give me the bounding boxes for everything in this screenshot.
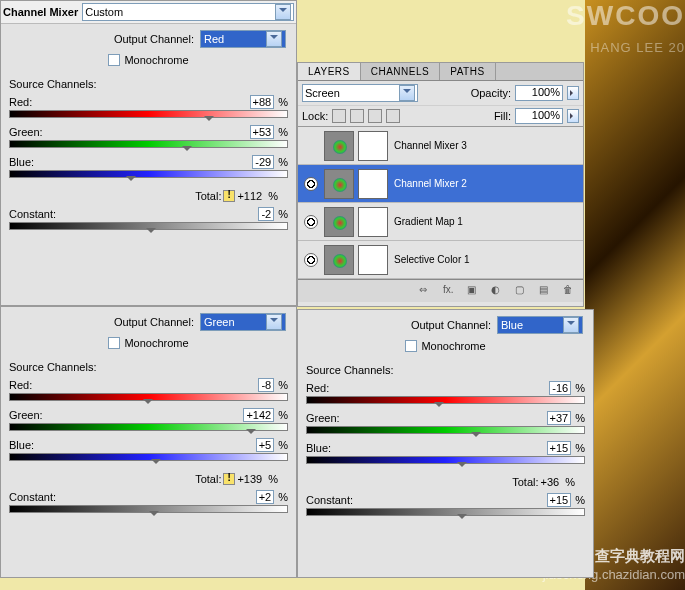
blue-slider[interactable] bbox=[457, 462, 467, 472]
source-channels-label: Source Channels: bbox=[9, 361, 288, 373]
fill-label: Fill: bbox=[494, 110, 511, 122]
tab-layers[interactable]: LAYERS bbox=[298, 63, 361, 80]
fill-flyout-icon[interactable] bbox=[567, 109, 579, 123]
green-label: Green: bbox=[9, 126, 43, 138]
constant-input[interactable]: +2 bbox=[256, 490, 275, 504]
opacity-input[interactable]: 100% bbox=[515, 85, 563, 101]
green-slider[interactable] bbox=[471, 432, 481, 442]
blue-input[interactable]: +5 bbox=[256, 438, 275, 452]
green-input[interactable]: +142 bbox=[243, 408, 274, 422]
red-slider[interactable] bbox=[434, 402, 444, 412]
preset-dropdown[interactable]: Custom bbox=[82, 3, 294, 21]
layer-row[interactable]: Channel Mixer 3 bbox=[298, 127, 583, 165]
opacity-flyout-icon[interactable] bbox=[567, 86, 579, 100]
tab-channels[interactable]: CHANNELS bbox=[361, 63, 440, 80]
adjustment-thumb[interactable] bbox=[324, 207, 354, 237]
blue-slider[interactable] bbox=[126, 176, 136, 186]
chevron-down-icon[interactable] bbox=[266, 314, 282, 330]
chevron-down-icon[interactable] bbox=[266, 31, 282, 47]
group-icon[interactable]: ▢ bbox=[515, 284, 531, 298]
chevron-down-icon[interactable] bbox=[563, 317, 579, 333]
constant-slider[interactable] bbox=[149, 511, 159, 521]
watermark-text: SWCOO bbox=[566, 0, 685, 32]
constant-input[interactable]: +15 bbox=[547, 493, 572, 507]
green-input[interactable]: +53 bbox=[250, 125, 275, 139]
lock-all-icon[interactable] bbox=[386, 109, 400, 123]
visibility-eye-icon[interactable] bbox=[304, 253, 318, 267]
lock-transparent-icon[interactable] bbox=[332, 109, 346, 123]
red-label: Red: bbox=[9, 96, 32, 108]
green-slider[interactable] bbox=[246, 429, 256, 439]
mask-thumb[interactable] bbox=[358, 245, 388, 275]
monochrome-label: Monochrome bbox=[124, 337, 188, 349]
tab-paths[interactable]: PATHS bbox=[440, 63, 495, 80]
channel-mixer-green-panel: Output Channel: Green Monochrome Source … bbox=[0, 306, 297, 578]
mask-thumb[interactable] bbox=[358, 207, 388, 237]
visibility-eye-icon[interactable] bbox=[304, 177, 318, 191]
source-channels-label: Source Channels: bbox=[306, 364, 585, 376]
trash-icon[interactable]: 🗑 bbox=[563, 284, 579, 298]
constant-slider[interactable] bbox=[146, 228, 156, 238]
monochrome-checkbox[interactable] bbox=[405, 340, 417, 352]
layer-name: Selective Color 1 bbox=[394, 254, 470, 265]
warning-icon bbox=[223, 190, 235, 202]
visibility-eye-icon[interactable] bbox=[304, 139, 318, 153]
output-channel-dropdown[interactable]: Blue bbox=[497, 316, 583, 334]
green-input[interactable]: +37 bbox=[547, 411, 572, 425]
blend-mode-dropdown[interactable]: Screen bbox=[302, 84, 418, 102]
watermark-sub: HANG LEE 20 bbox=[590, 40, 685, 55]
warning-icon bbox=[223, 473, 235, 485]
red-input[interactable]: +88 bbox=[250, 95, 275, 109]
monochrome-checkbox[interactable] bbox=[108, 337, 120, 349]
blue-input[interactable]: +15 bbox=[547, 441, 572, 455]
fx-icon[interactable]: fx. bbox=[443, 284, 459, 298]
new-layer-icon[interactable]: ▤ bbox=[539, 284, 555, 298]
visibility-eye-icon[interactable] bbox=[304, 215, 318, 229]
red-input[interactable]: -8 bbox=[258, 378, 274, 392]
lock-pixels-icon[interactable] bbox=[350, 109, 364, 123]
mask-icon[interactable]: ▣ bbox=[467, 284, 483, 298]
monochrome-label: Monochrome bbox=[124, 54, 188, 66]
green-slider[interactable] bbox=[182, 146, 192, 156]
chevron-down-icon[interactable] bbox=[275, 4, 291, 20]
layer-row[interactable]: Channel Mixer 2 bbox=[298, 165, 583, 203]
output-channel-dropdown[interactable]: Red bbox=[200, 30, 286, 48]
adjustment-thumb[interactable] bbox=[324, 131, 354, 161]
layer-name: Gradient Map 1 bbox=[394, 216, 463, 227]
blue-label: Blue: bbox=[9, 156, 34, 168]
watermark-site: 查字典教程网 bbox=[595, 547, 685, 566]
panel-title: Channel Mixer bbox=[3, 6, 78, 18]
red-slider[interactable] bbox=[143, 399, 153, 409]
adjustment-thumb[interactable] bbox=[324, 169, 354, 199]
constant-slider[interactable] bbox=[457, 514, 467, 524]
link-layers-icon[interactable]: ⇔ bbox=[419, 284, 435, 298]
blue-slider[interactable] bbox=[151, 459, 161, 469]
lock-position-icon[interactable] bbox=[368, 109, 382, 123]
lock-label: Lock: bbox=[302, 110, 328, 122]
layer-row[interactable]: Selective Color 1 bbox=[298, 241, 583, 279]
output-channel-label: Output Channel: bbox=[114, 316, 194, 328]
constant-input[interactable]: -2 bbox=[258, 207, 274, 221]
fill-input[interactable]: 100% bbox=[515, 108, 563, 124]
monochrome-label: Monochrome bbox=[421, 340, 485, 352]
red-input[interactable]: -16 bbox=[549, 381, 571, 395]
red-slider[interactable] bbox=[204, 116, 214, 126]
source-channels-label: Source Channels: bbox=[9, 78, 288, 90]
constant-label: Constant: bbox=[9, 208, 56, 220]
adjustment-icon[interactable]: ◐ bbox=[491, 284, 507, 298]
monochrome-checkbox[interactable] bbox=[108, 54, 120, 66]
layer-row[interactable]: Gradient Map 1 bbox=[298, 203, 583, 241]
layer-name: Channel Mixer 2 bbox=[394, 178, 467, 189]
opacity-label: Opacity: bbox=[471, 87, 511, 99]
channel-mixer-red-panel: Channel Mixer Custom Output Channel: Red… bbox=[0, 0, 297, 306]
total-value: +112 bbox=[237, 190, 262, 202]
mask-thumb[interactable] bbox=[358, 169, 388, 199]
output-channel-dropdown[interactable]: Green bbox=[200, 313, 286, 331]
adjustment-thumb[interactable] bbox=[324, 245, 354, 275]
blue-input[interactable]: -29 bbox=[252, 155, 274, 169]
layer-name: Channel Mixer 3 bbox=[394, 140, 467, 151]
mask-thumb[interactable] bbox=[358, 131, 388, 161]
channel-mixer-blue-panel: Output Channel: Blue Monochrome Source C… bbox=[297, 309, 594, 578]
chevron-down-icon[interactable] bbox=[399, 85, 415, 101]
output-channel-label: Output Channel: bbox=[114, 33, 194, 45]
